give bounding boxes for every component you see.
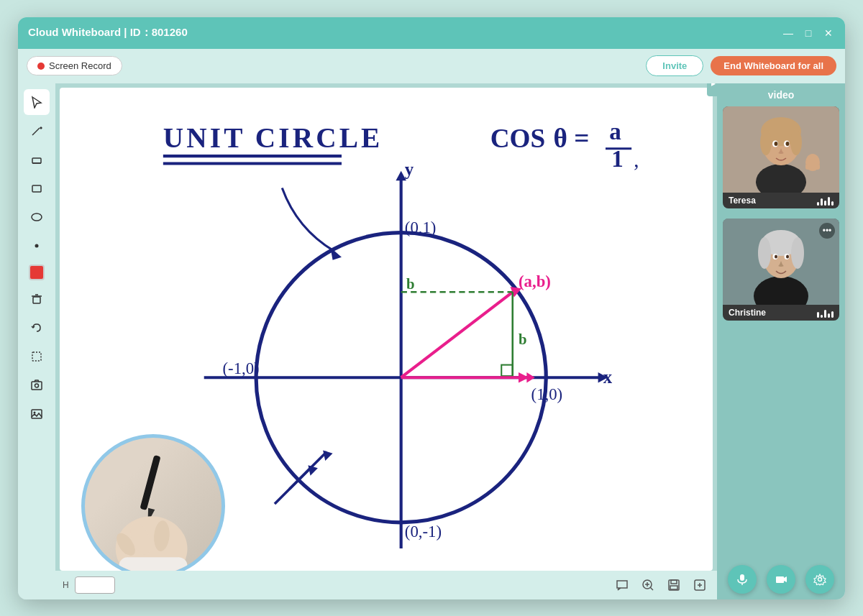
svg-rect-60 xyxy=(671,580,677,584)
svg-text:b: b xyxy=(519,331,527,346)
left-toolbar xyxy=(18,83,55,599)
image-tool[interactable] xyxy=(24,401,50,427)
svg-text:COS: COS xyxy=(490,123,546,152)
panel-controls xyxy=(717,558,845,599)
video-card-christine: ••• xyxy=(723,219,839,321)
svg-text:1: 1 xyxy=(611,145,624,171)
svg-rect-41 xyxy=(501,364,513,376)
svg-point-4 xyxy=(32,213,42,221)
svg-point-93 xyxy=(818,577,822,581)
svg-marker-46 xyxy=(323,450,332,460)
svg-text:,: , xyxy=(634,147,639,170)
toolbar-bar: Screen Record Invite End Whiteboard for … xyxy=(18,49,845,83)
teresa-video xyxy=(723,106,839,193)
camera-button[interactable] xyxy=(767,565,795,594)
ellipse-tool[interactable] xyxy=(24,204,50,230)
teresa-name: Teresa xyxy=(729,196,756,206)
svg-rect-48 xyxy=(140,454,160,510)
christine-name: Christine xyxy=(729,308,766,318)
svg-point-11 xyxy=(35,384,39,387)
svg-rect-89 xyxy=(740,574,744,581)
save-icon[interactable] xyxy=(664,575,684,595)
wave-4 xyxy=(828,197,830,206)
wave-5 xyxy=(831,311,834,318)
delete-tool[interactable] xyxy=(24,286,50,312)
selection-tool[interactable] xyxy=(24,344,50,369)
canvas-wrapper: UNIT CIRCLE COS θ = a 1 , xyxy=(55,83,717,599)
svg-line-58 xyxy=(650,587,653,590)
whiteboard[interactable]: UNIT CIRCLE COS θ = a 1 , xyxy=(60,88,713,571)
pen-tool[interactable] xyxy=(24,118,50,144)
side-panel: ▸ video xyxy=(717,83,845,599)
svg-point-88 xyxy=(786,254,789,258)
svg-line-35 xyxy=(401,292,513,377)
main-area: UNIT CIRCLE COS θ = a 1 , xyxy=(18,83,845,599)
chat-icon[interactable] xyxy=(612,575,632,595)
svg-rect-12 xyxy=(32,410,42,418)
end-whiteboard-button[interactable]: End Whiteboard for all xyxy=(711,56,836,75)
svg-text:x: x xyxy=(603,367,613,387)
select-tool[interactable] xyxy=(24,89,50,115)
more-options-button[interactable]: ••• xyxy=(819,223,835,239)
window-title: Cloud Whiteboard | ID：801260 xyxy=(28,26,782,40)
svg-marker-92 xyxy=(784,576,787,582)
svg-rect-61 xyxy=(670,586,677,589)
close-button[interactable]: ✕ xyxy=(822,27,835,40)
settings-button[interactable] xyxy=(805,565,834,594)
svg-text:b: b xyxy=(406,276,415,292)
svg-text:θ =: θ = xyxy=(554,123,590,152)
wave-2 xyxy=(821,315,823,318)
svg-text:(-1,0): (-1,0) xyxy=(223,359,260,377)
app-window: Cloud Whiteboard | ID：801260 — □ ✕ Scree… xyxy=(18,17,845,599)
svg-marker-45 xyxy=(526,372,534,382)
undo-tool[interactable] xyxy=(24,315,50,341)
mic-button[interactable] xyxy=(728,565,757,594)
zoom-in-icon[interactable] xyxy=(638,575,658,595)
screen-record-button[interactable]: Screen Record xyxy=(27,56,122,75)
window-controls: — □ ✕ xyxy=(782,27,835,40)
svg-rect-9 xyxy=(32,352,41,361)
rectangle-tool[interactable] xyxy=(24,175,50,201)
svg-rect-6 xyxy=(33,297,40,303)
minimize-button[interactable]: — xyxy=(782,27,795,40)
title-bar: Cloud Whiteboard | ID：801260 — □ ✕ xyxy=(18,17,845,49)
dot-tool[interactable] xyxy=(24,233,50,259)
svg-rect-1 xyxy=(32,158,41,163)
screen-record-label: Screen Record xyxy=(49,60,111,71)
wave-5 xyxy=(831,201,834,206)
wave-2 xyxy=(821,198,823,206)
collapse-panel-button[interactable]: ▸ xyxy=(707,83,720,96)
screenshot-tool[interactable] xyxy=(24,372,50,398)
h-label: H xyxy=(63,580,69,590)
svg-rect-91 xyxy=(776,576,784,583)
svg-point-84 xyxy=(791,237,804,269)
video-card-teresa: Teresa xyxy=(723,106,839,208)
svg-rect-78 xyxy=(805,164,820,170)
svg-point-87 xyxy=(775,254,777,258)
maximize-button[interactable]: □ xyxy=(802,27,815,40)
h-input[interactable] xyxy=(75,576,115,594)
christine-audio-waves xyxy=(817,308,834,318)
svg-line-0 xyxy=(32,128,40,135)
svg-point-5 xyxy=(35,244,39,247)
christine-video-footer: Christine xyxy=(723,305,839,321)
hand-with-pen xyxy=(81,434,225,571)
color-picker[interactable] xyxy=(29,265,45,280)
teresa-audio-waves xyxy=(817,196,834,206)
wave-1 xyxy=(817,312,819,318)
invite-button[interactable]: Invite xyxy=(646,55,703,76)
svg-point-71 xyxy=(790,129,802,155)
video-panel-label: video xyxy=(717,83,845,106)
svg-rect-10 xyxy=(32,382,42,390)
wave-1 xyxy=(817,202,819,206)
svg-text:a: a xyxy=(609,119,621,144)
svg-point-83 xyxy=(758,237,771,269)
eraser-tool[interactable] xyxy=(24,147,50,173)
svg-point-74 xyxy=(775,142,778,146)
teresa-video-footer: Teresa xyxy=(723,193,839,208)
svg-rect-54 xyxy=(119,557,188,571)
add-icon[interactable] xyxy=(690,575,710,595)
svg-text:(a,b): (a,b) xyxy=(519,272,551,290)
svg-text:(1,0): (1,0) xyxy=(531,385,563,403)
svg-text:(0,1): (0,1) xyxy=(405,218,437,236)
